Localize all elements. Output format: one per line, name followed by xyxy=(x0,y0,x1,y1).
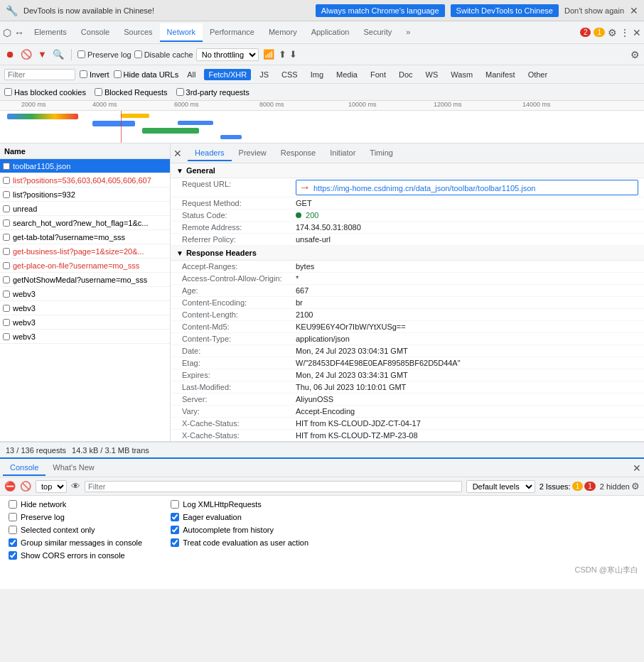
console-setting-input[interactable] xyxy=(171,513,179,521)
net-list-item-checkbox[interactable] xyxy=(3,234,10,241)
detail-tab-preview[interactable]: Preview xyxy=(232,146,274,161)
search-icon[interactable]: 🔍 xyxy=(51,48,65,61)
blocked-requests-checkbox[interactable]: Blocked Requests xyxy=(95,88,168,97)
detail-tab-response[interactable]: Response xyxy=(274,146,323,161)
net-list-item[interactable]: search_hot_word?new_hot_flag=1&c... xyxy=(0,216,170,230)
net-list-item-checkbox[interactable] xyxy=(3,291,10,298)
console-tab-console[interactable]: Console xyxy=(3,460,45,476)
console-setting-input[interactable] xyxy=(9,538,17,547)
wifi-icon[interactable]: 📶 xyxy=(262,48,276,61)
net-list-item-checkbox[interactable] xyxy=(3,305,10,312)
filter-ws-btn[interactable]: WS xyxy=(422,69,443,80)
third-party-checkbox[interactable]: 3rd-party requests xyxy=(176,88,249,97)
has-blocked-cookies-input[interactable] xyxy=(4,88,12,96)
preserve-log-checkbox[interactable]: Preserve log xyxy=(77,50,132,59)
console-setting-checkbox[interactable]: Selected context only xyxy=(9,526,142,534)
console-setting-input[interactable] xyxy=(171,526,179,534)
console-setting-checkbox[interactable]: Eager evaluation xyxy=(171,513,308,521)
console-setting-input[interactable] xyxy=(9,551,17,560)
console-setting-input[interactable] xyxy=(9,513,17,521)
filter-all-btn[interactable]: All xyxy=(183,69,200,80)
detail-tab-initiator[interactable]: Initiator xyxy=(323,146,363,161)
detail-tab-timing[interactable]: Timing xyxy=(363,146,400,161)
net-list-item[interactable]: get-business-list?page=1&size=20&... xyxy=(0,244,170,259)
tab-security[interactable]: Security xyxy=(356,23,399,42)
console-setting-checkbox[interactable]: Autocomplete from history xyxy=(171,526,308,534)
console-setting-checkbox[interactable]: Preserve log xyxy=(9,513,142,521)
clear-icon[interactable]: 🚫 xyxy=(19,48,33,61)
devtools-menu-icon[interactable]: ⬡ xyxy=(3,27,11,38)
filter-doc-btn[interactable]: Doc xyxy=(395,69,417,80)
console-setting-input[interactable] xyxy=(9,526,17,534)
third-party-input[interactable] xyxy=(176,88,184,96)
filter-wasm-btn[interactable]: Wasm xyxy=(446,69,477,80)
net-list-item-checkbox[interactable] xyxy=(3,319,10,326)
filter-img-btn[interactable]: Img xyxy=(306,69,328,80)
hide-data-urls-checkbox[interactable]: Hide data URLs xyxy=(114,70,179,79)
switch-devtools-button[interactable]: Switch DevTools to Chinese xyxy=(451,4,559,17)
download-icon[interactable]: ⬇ xyxy=(289,49,297,60)
console-eye-icon[interactable]: 👁 xyxy=(71,481,80,492)
detail-tab-headers[interactable]: Headers xyxy=(188,146,232,161)
settings-icon[interactable]: ⚙ xyxy=(608,27,617,38)
detail-close-icon[interactable]: ✕ xyxy=(173,148,182,159)
disable-cache-checkbox[interactable]: Disable cache xyxy=(134,50,193,59)
throttle-select[interactable]: No throttling xyxy=(196,48,259,61)
filter-css-btn[interactable]: CSS xyxy=(277,69,302,80)
net-list-item-checkbox[interactable] xyxy=(3,177,10,184)
net-list-item[interactable]: list?positions=932 xyxy=(0,188,170,202)
net-list-item[interactable]: webv3 xyxy=(0,315,170,330)
invert-input[interactable] xyxy=(80,70,87,78)
console-clear-icon[interactable]: ⛔ xyxy=(4,481,16,492)
console-setting-checkbox[interactable]: Hide network xyxy=(9,500,142,509)
net-list-item[interactable]: webv3 xyxy=(0,330,170,344)
devtools-resize-icon[interactable]: ↔ xyxy=(14,27,24,38)
net-list-item[interactable]: toolbar1105.json xyxy=(0,159,170,173)
tab-console[interactable]: Console xyxy=(74,23,117,42)
net-list-item[interactable]: get-place-on-file?username=mo_sss xyxy=(0,259,170,273)
filter-js-btn[interactable]: JS xyxy=(255,69,273,80)
net-list-item-checkbox[interactable] xyxy=(3,262,10,269)
request-url-val[interactable]: https://img-home.csdnimg.cn/data_json/to… xyxy=(296,180,638,195)
filter-other-btn[interactable]: Other xyxy=(524,69,552,80)
filter-manifest-btn[interactable]: Manifest xyxy=(481,69,520,80)
notification-close-icon[interactable]: ✕ xyxy=(630,5,638,16)
tab-more[interactable]: » xyxy=(399,23,417,42)
net-list-item[interactable]: get-tab-total?username=mo_sss xyxy=(0,230,170,244)
console-stop-icon[interactable]: 🚫 xyxy=(20,481,31,492)
console-tab-whats-new[interactable]: What's New xyxy=(45,460,101,476)
tab-performance[interactable]: Performance xyxy=(203,23,262,42)
net-list-item-checkbox[interactable] xyxy=(3,219,10,227)
tab-elements[interactable]: Elements xyxy=(27,23,74,42)
console-context-select[interactable]: top xyxy=(36,480,67,493)
invert-checkbox[interactable]: Invert xyxy=(80,70,109,79)
timeline-cursor[interactable] xyxy=(121,111,122,143)
blocked-requests-input[interactable] xyxy=(95,88,102,96)
console-filter-input[interactable] xyxy=(85,481,462,492)
console-setting-input[interactable] xyxy=(171,500,179,509)
net-list-item[interactable]: unread xyxy=(0,202,170,216)
net-list-item-checkbox[interactable] xyxy=(3,191,10,198)
tab-application[interactable]: Application xyxy=(304,23,357,42)
net-list-item-checkbox[interactable] xyxy=(3,248,10,255)
filter-media-btn[interactable]: Media xyxy=(332,69,362,80)
net-list-item-checkbox[interactable] xyxy=(3,205,10,212)
toolbar-settings-icon[interactable]: ⚙ xyxy=(630,49,640,60)
console-setting-checkbox[interactable]: Log XMLHttpRequests xyxy=(171,500,308,509)
match-language-button[interactable]: Always match Chrome's language xyxy=(316,4,445,17)
net-list-item-checkbox[interactable] xyxy=(3,276,10,283)
net-list-item-checkbox[interactable] xyxy=(3,163,10,170)
record-icon[interactable]: ⏺ xyxy=(4,48,16,61)
has-blocked-cookies-checkbox[interactable]: Has blocked cookies xyxy=(4,88,86,97)
console-setting-checkbox[interactable]: Treat code evaluation as user action xyxy=(171,538,308,547)
console-levels-select[interactable]: Default levels xyxy=(466,480,535,493)
preserve-log-input[interactable] xyxy=(77,50,85,58)
filter-font-btn[interactable]: Font xyxy=(366,69,390,80)
net-list-item[interactable]: list?positions=536,603,604,605,606,607 xyxy=(0,173,170,188)
net-list-item[interactable]: getNotShowMedal?username=mo_sss xyxy=(0,273,170,287)
close-devtools-icon[interactable]: ✕ xyxy=(633,27,641,38)
filter-fetch-xhr-btn[interactable]: Fetch/XHR xyxy=(204,69,251,80)
disable-cache-input[interactable] xyxy=(134,50,142,58)
upload-icon[interactable]: ⬆ xyxy=(279,49,286,60)
tab-memory[interactable]: Memory xyxy=(262,23,304,42)
